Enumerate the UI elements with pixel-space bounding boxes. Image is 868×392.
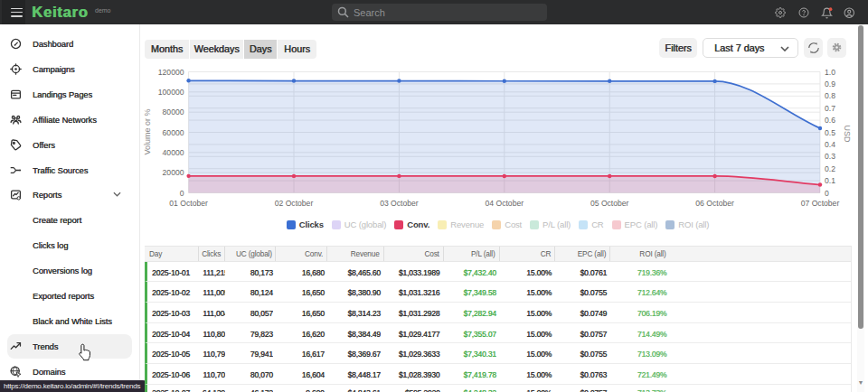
svg-text:03 October: 03 October [380,199,419,208]
svg-text:1.0: 1.0 [825,68,835,77]
svg-text:0: 0 [180,189,184,198]
svg-text:0.9: 0.9 [825,79,835,89]
svg-text:0.1: 0.1 [825,176,835,185]
svg-text:20000: 20000 [163,168,184,177]
svg-text:0.6: 0.6 [825,116,835,125]
svg-text:Volume or %: Volume or % [143,108,152,154]
svg-text:01 October: 01 October [169,199,208,208]
svg-text:0.5: 0.5 [825,128,835,137]
svg-text:100000: 100000 [158,88,184,97]
svg-text:0.3: 0.3 [825,152,835,161]
svg-text:04 October: 04 October [486,199,524,208]
svg-text:0.7: 0.7 [825,104,835,113]
svg-text:0.2: 0.2 [825,164,835,173]
svg-text:80000: 80000 [163,107,184,117]
svg-text:0: 0 [825,189,829,198]
svg-text:USD: USD [843,125,852,143]
svg-text:0.8: 0.8 [825,91,835,100]
svg-text:06 October: 06 October [695,199,734,208]
svg-text:07 October: 07 October [801,199,840,208]
svg-text:60000: 60000 [163,128,184,137]
svg-text:40000: 40000 [163,148,184,157]
svg-text:02 October: 02 October [275,199,314,208]
svg-text:0.4: 0.4 [825,140,835,149]
svg-text:05 October: 05 October [590,199,629,208]
svg-text:120000: 120000 [158,68,184,77]
